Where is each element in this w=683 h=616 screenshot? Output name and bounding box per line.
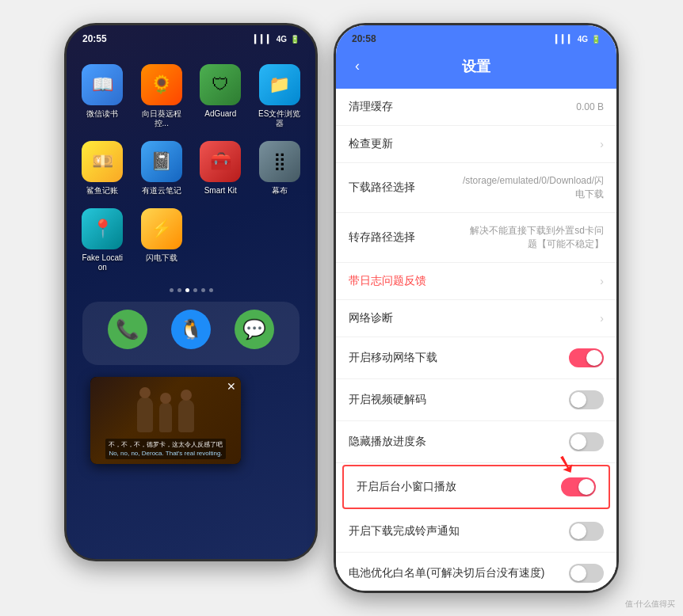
page-dot: [170, 288, 174, 292]
app-item[interactable]: 🧰 Smart Kit: [197, 141, 244, 196]
settings-header: ‹ 设置: [336, 48, 616, 89]
page-dot: [201, 288, 205, 292]
app-label: 微信读书: [86, 109, 118, 119]
left-time: 20:55: [82, 33, 107, 44]
right-battery-icon: 🔋: [591, 35, 601, 44]
settings-item[interactable]: 开启视频硬解码: [336, 379, 616, 421]
settings-list: 清理缓存0.00 B检查更新›下载路径选择/storage/emulated/0…: [336, 89, 616, 591]
person-1: [137, 397, 153, 432]
settings-item: 下载路径选择/storage/emulated/0/Download/闪电下载: [336, 163, 616, 213]
app-icon: 📁: [259, 64, 300, 105]
app-label: 有道云笔记: [142, 186, 181, 196]
pip-close-button[interactable]: ✕: [227, 380, 236, 393]
main-container: 20:55 ▎▎▎ 4G 🔋 📖 微信读书 🌻 向日葵远程控... 🛡 AdGu…: [48, 7, 635, 609]
app-label: Fake Location: [80, 253, 124, 272]
toggle-knob: [578, 479, 594, 495]
settings-label: 清理缓存: [349, 100, 393, 114]
dock-phone[interactable]: 📞: [108, 310, 147, 349]
signal-icon: ▎▎▎: [254, 35, 273, 44]
app-item[interactable]: 📁 ES文件浏览器: [257, 64, 303, 128]
toggle-switch[interactable]: [561, 477, 596, 496]
right-network-type: 4G: [578, 35, 588, 44]
app-item[interactable]: 📓 有道云笔记: [139, 141, 185, 196]
page-dot: [209, 288, 213, 292]
settings-label: 下载路径选择: [349, 181, 415, 195]
app-item[interactable]: 📍 Fake Location: [79, 208, 126, 272]
app-label: 鲨鱼记账: [86, 186, 118, 196]
settings-value: /storage/emulated/0/Download/闪电下载: [461, 174, 604, 201]
app-grid: 📖 微信读书 🌻 向日葵远程控... 🛡 AdGuard 📁 ES文件浏览器 💴…: [67, 48, 315, 288]
left-phone: 20:55 ▎▎▎ 4G 🔋 📖 微信读书 🌻 向日葵远程控... 🛡 AdGu…: [64, 23, 318, 561]
settings-label: 开启下载完成铃声通知: [349, 524, 460, 538]
app-item[interactable]: ⣿ 幕布: [257, 141, 303, 196]
settings-item[interactable]: 开启下载完成铃声通知: [336, 511, 616, 553]
toggle-switch[interactable]: [569, 564, 604, 583]
dock-qq[interactable]: 🐧: [171, 310, 211, 349]
settings-value: 0.00 B: [576, 101, 604, 112]
toggle-knob: [570, 565, 586, 581]
app-label: ES文件浏览器: [258, 109, 302, 128]
page-dots: [67, 288, 315, 292]
settings-item[interactable]: 检查更新›: [336, 126, 616, 163]
right-status-icons: ▎▎▎ 4G 🔋: [555, 35, 601, 44]
toggle-switch[interactable]: [569, 522, 604, 541]
settings-label: 带日志问题反馈: [349, 274, 426, 288]
dock-wechat[interactable]: 💬: [235, 310, 274, 349]
app-item[interactable]: 💴 鲨鱼记账: [79, 141, 126, 196]
settings-item: 转存路径选择解决不能直接下载到外置sd卡问题【可能不稳定】: [336, 213, 616, 263]
app-icon: 📖: [82, 64, 123, 105]
settings-label: 网络诊断: [349, 311, 393, 325]
app-item[interactable]: ⚡ 闪电下载: [139, 208, 185, 272]
settings-item[interactable]: 网络诊断›: [336, 300, 616, 337]
app-icon: 📍: [82, 208, 123, 249]
toggle-switch[interactable]: [569, 432, 604, 451]
settings-label: 转存路径选择: [349, 230, 415, 245]
settings-item: 清理缓存0.00 B: [336, 89, 616, 126]
pip-video[interactable]: ✕ 不，不，不，德罗卡，这太令人反感了吧 No, no, no, Deroca.…: [90, 377, 241, 464]
bottom-dock: 📞🐧💬: [82, 302, 300, 365]
settings-label: 电池优化白名单(可解决切后台没有速度): [349, 566, 544, 580]
settings-label: 开启移动网络下载: [349, 351, 437, 365]
app-label: AdGuard: [204, 109, 236, 119]
right-phone: 20:58 ▎▎▎ 4G 🔋 ‹ 设置 清理缓存0.00 B检查更新›下载路径选…: [334, 23, 619, 593]
settings-item[interactable]: 带日志问题反馈›: [336, 263, 616, 300]
app-label: 向日葵远程控...: [139, 109, 184, 128]
back-button[interactable]: ‹: [349, 55, 366, 78]
person-2: [159, 402, 172, 432]
app-icon: 📓: [141, 141, 182, 182]
app-item[interactable]: 🌻 向日葵远程控...: [139, 64, 185, 128]
chevron-icon: ›: [600, 312, 604, 325]
settings-label: 检查更新: [349, 137, 393, 151]
toggle-switch[interactable]: [569, 390, 604, 409]
app-item[interactable]: 🛡 AdGuard: [197, 64, 244, 128]
page-dot: [185, 288, 189, 292]
toggle-knob: [570, 523, 586, 539]
right-time: 20:58: [352, 33, 376, 44]
app-icon: 💴: [82, 141, 123, 182]
battery-icon: 🔋: [290, 35, 300, 44]
person-3: [178, 399, 194, 432]
app-item[interactable]: 📖 微信读书: [79, 64, 126, 128]
network-type: 4G: [277, 35, 287, 44]
pip-thumbnail: 不，不，不，德罗卡，这太令人反感了吧 No, no, no, Deroca. T…: [90, 377, 241, 464]
app-label: 幕布: [272, 186, 288, 196]
settings-label: 隐藏播放进度条: [349, 435, 426, 449]
settings-item[interactable]: 电池优化白名单(可解决切后台没有速度): [336, 553, 616, 591]
app-icon: ⚡: [141, 208, 182, 249]
settings-label: 开启视频硬解码: [349, 393, 426, 407]
settings-label: 开启后台小窗口播放: [357, 480, 456, 494]
chevron-icon: ›: [600, 275, 604, 287]
app-icon: 🧰: [200, 141, 241, 182]
settings-item[interactable]: 开启移动网络下载: [336, 337, 616, 379]
settings-title: 设置: [462, 57, 490, 76]
chevron-icon: ›: [600, 138, 604, 150]
app-label: 闪电下载: [146, 253, 177, 263]
right-signal-icon: ▎▎▎: [555, 35, 574, 44]
left-status-bar: 20:55 ▎▎▎ 4G 🔋: [67, 25, 315, 48]
pip-subtitle: 不，不，不，德罗卡，这太令人反感了吧 No, no, no, Deroca. T…: [105, 439, 226, 459]
toggle-switch[interactable]: [569, 348, 604, 367]
page-dot: [193, 288, 197, 292]
watermark: 值·什么值得买: [625, 599, 675, 610]
toggle-knob: [570, 392, 586, 408]
pip-scene: [90, 381, 241, 439]
